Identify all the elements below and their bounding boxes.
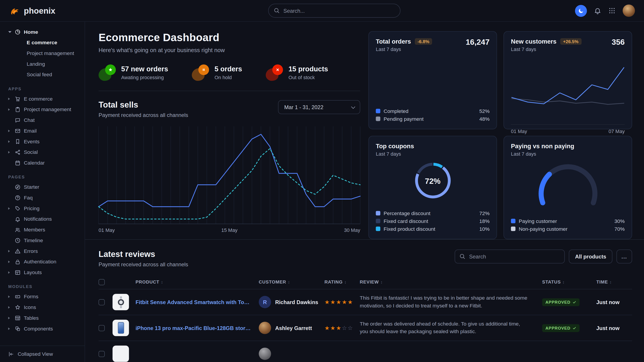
- select-all-checkbox[interactable]: [99, 279, 105, 285]
- sidebar-item-project-management-app[interactable]: Project management: [5, 104, 80, 115]
- stat-out-of-stock: 15 products Out of stock: [266, 64, 328, 81]
- top-navbar: phoenix: [0, 0, 644, 22]
- sidebar-item-forms[interactable]: Forms: [5, 291, 80, 302]
- sidebar-item-notifications[interactable]: Notifications: [5, 214, 80, 225]
- all-products-button[interactable]: All products: [569, 250, 612, 263]
- sidebar-item-tables[interactable]: Tables: [5, 313, 80, 324]
- sidebar-item-events[interactable]: Events: [5, 136, 80, 147]
- sidebar-item-authentication[interactable]: Authentication: [5, 257, 80, 267]
- sidebar-item-icons[interactable]: Icons: [5, 302, 80, 313]
- total-sells-chart: [99, 126, 360, 224]
- clipboard-icon: [15, 107, 20, 112]
- mail-icon: [15, 128, 20, 134]
- sidebar-item-calendar[interactable]: Calendar: [5, 158, 80, 168]
- product-link[interactable]: Fitbit Sense Advanced Smartwatch with To…: [136, 299, 259, 305]
- sidebar-item-timeline[interactable]: Timeline: [5, 235, 80, 246]
- share-icon: [15, 149, 20, 155]
- collapse-icon: [8, 351, 14, 357]
- brand[interactable]: phoenix: [9, 5, 55, 16]
- watch-image: [118, 299, 124, 305]
- lock-icon: [15, 259, 20, 265]
- stats-row: 57 new orders Awating processing 5 order…: [99, 64, 360, 81]
- sidebar-item-errors[interactable]: Errors: [5, 246, 80, 257]
- new-orders-icon: [99, 64, 116, 81]
- components-icon: [15, 326, 20, 332]
- sidebar-item-layouts[interactable]: Layouts: [5, 267, 80, 278]
- review-text: This Fitbit is fantastic! I was trying t…: [360, 294, 542, 310]
- product-link[interactable]: iPhone 13 pro max-Pacific Blue-128GB sto…: [136, 325, 259, 331]
- search-input[interactable]: [268, 4, 400, 18]
- date-range-select[interactable]: Mar 1 - 31, 2022: [278, 100, 360, 114]
- sidebar-item-pricing[interactable]: Pricing: [5, 203, 80, 214]
- sidebar-section-apps: APPS: [5, 86, 80, 91]
- kpi-cards: Total orders -6.8% Last 7 days 16,247: [368, 31, 632, 239]
- total-orders-badge: -6.8%: [415, 38, 432, 44]
- latest-reviews-section: Latest reviews Payment received across a…: [85, 239, 644, 362]
- check-icon: [572, 301, 576, 304]
- bookmark-icon: [15, 139, 20, 144]
- column-review[interactable]: REVIEW↕: [360, 280, 542, 284]
- brand-name: phoenix: [24, 6, 55, 15]
- global-search: [268, 4, 400, 18]
- more-options-button[interactable]: ...: [616, 250, 632, 263]
- compass-icon: [15, 184, 20, 190]
- search-icon: [274, 7, 280, 14]
- table-row: Fitbit Sense Advanced Smartwatch with To…: [99, 289, 632, 315]
- sidebar-section-modules: MODULES: [5, 284, 80, 289]
- row-checkbox[interactable]: [99, 299, 105, 305]
- sidebar-item-project-management[interactable]: Project management: [5, 48, 80, 59]
- donut-center-value: 72%: [425, 177, 440, 186]
- sidebar-item-landing[interactable]: Landing: [5, 58, 80, 69]
- notifications-button[interactable]: [594, 7, 601, 14]
- row-checkbox[interactable]: [99, 325, 105, 331]
- rating-stars: ★★★☆☆: [324, 324, 360, 332]
- sidebar-item-chat[interactable]: Chat: [5, 115, 80, 126]
- reviews-search-input[interactable]: [455, 250, 565, 263]
- sidebar: Home E commerce Project management Landi…: [0, 22, 85, 362]
- sort-icon: ↕: [344, 280, 346, 284]
- sidebar-item-faq[interactable]: Faq: [5, 193, 80, 203]
- on-hold-icon: [192, 64, 209, 81]
- sidebar-item-social-feed[interactable]: Social feed: [5, 69, 80, 80]
- sidebar-item-components[interactable]: Components: [5, 323, 80, 334]
- legend-fixed-card-discount: Fixed card discount 18%: [376, 217, 490, 225]
- review-text: The order was delivered ahead of schedul…: [360, 320, 542, 336]
- chevron-down-icon: [8, 31, 12, 33]
- table-icon: [15, 315, 20, 321]
- sidebar-item-email[interactable]: Email: [5, 126, 80, 136]
- star-icon: [15, 305, 20, 310]
- sidebar-item-home[interactable]: Home: [5, 27, 80, 37]
- customer-cell: Ashley Garrett: [259, 322, 324, 334]
- stat-orders-on-hold: 5 orders On hold: [192, 64, 242, 81]
- chat-icon: [15, 117, 20, 123]
- collapsed-view-toggle[interactable]: Collapsed View: [0, 346, 84, 362]
- theme-toggle-button[interactable]: [575, 5, 587, 16]
- column-rating[interactable]: RATING↕: [324, 280, 360, 284]
- sidebar-item-ecommerce[interactable]: E commerce: [5, 37, 80, 48]
- column-time[interactable]: TIME↕: [596, 280, 632, 284]
- table-row: [99, 341, 632, 362]
- sidebar-item-starter[interactable]: Starter: [5, 182, 80, 193]
- phone-image: [118, 322, 124, 334]
- form-icon: [15, 294, 20, 300]
- x-icon: [276, 67, 280, 72]
- apps-grid-button[interactable]: [608, 7, 616, 14]
- grid-icon: [608, 7, 616, 14]
- product-thumbnail[interactable]: [112, 320, 129, 336]
- product-thumbnail[interactable]: [112, 294, 129, 310]
- question-icon: [15, 195, 20, 201]
- main-content: Ecommerce Dashboard Here's what's going …: [85, 22, 644, 362]
- row-checkbox[interactable]: [99, 351, 105, 357]
- user-avatar[interactable]: [623, 4, 635, 17]
- sidebar-item-social[interactable]: Social: [5, 147, 80, 158]
- column-status[interactable]: STATUS↕: [542, 280, 596, 284]
- star-icon: [108, 67, 113, 72]
- column-customer[interactable]: CUSTOMER↕: [259, 280, 324, 284]
- customer-cell: [259, 348, 324, 360]
- sidebar-item-members[interactable]: Members: [5, 225, 80, 235]
- column-product[interactable]: PRODUCT↕: [136, 280, 259, 284]
- product-thumbnail[interactable]: [112, 346, 129, 362]
- sidebar-item-ecommerce-app[interactable]: E commerce: [5, 93, 80, 104]
- warning-icon: [15, 248, 20, 254]
- section-divider: [99, 91, 360, 91]
